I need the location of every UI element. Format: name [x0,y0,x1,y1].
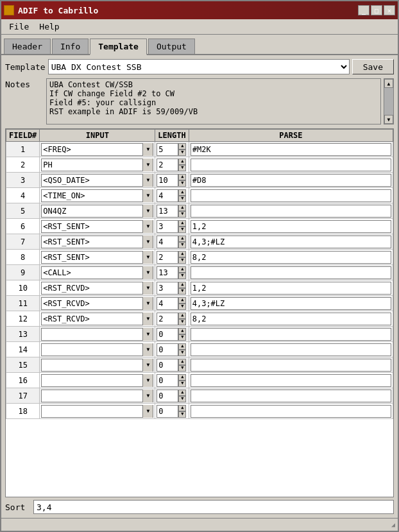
spin-down-button[interactable]: ▼ [178,150,186,156]
spin-down-button[interactable]: ▼ [178,411,186,418]
dropdown-arrow-icon[interactable]: ▼ [142,297,153,310]
spin-up-button[interactable]: ▲ [178,297,186,304]
dropdown-arrow-icon[interactable]: ▼ [142,359,153,372]
spin-down-button[interactable]: ▼ [178,365,186,372]
close-button[interactable]: ✕ [384,5,395,15]
field-input[interactable] [42,268,142,277]
field-input[interactable] [42,376,142,385]
field-input[interactable] [42,191,142,200]
dropdown-arrow-icon[interactable]: ▼ [142,236,153,248]
field-parse[interactable] [191,189,391,202]
field-parse[interactable] [191,282,391,295]
field-input[interactable] [42,145,142,154]
field-length[interactable] [157,266,178,279]
field-parse[interactable] [191,359,391,372]
dropdown-arrow-icon[interactable]: ▼ [142,220,153,233]
field-input[interactable] [42,314,142,323]
field-input[interactable] [42,160,142,169]
spin-up-button[interactable]: ▲ [178,220,186,227]
template-select[interactable]: UBA DX Contest SSBUBA Contest CW/SSB [48,59,350,74]
menu-help[interactable]: Help [34,21,64,33]
spin-up-button[interactable]: ▲ [178,236,186,242]
spin-up-button[interactable]: ▲ [178,359,186,365]
dropdown-arrow-icon[interactable]: ▼ [142,343,153,356]
spin-up-button[interactable]: ▲ [178,405,186,411]
field-length[interactable] [157,359,178,372]
field-length[interactable] [157,236,178,248]
field-length[interactable] [157,343,178,356]
dropdown-arrow-icon[interactable]: ▼ [142,189,153,202]
spin-up-button[interactable]: ▲ [178,266,186,273]
field-input[interactable] [42,222,142,231]
menu-file[interactable]: File [4,21,34,33]
field-parse[interactable] [191,251,391,264]
sort-input[interactable] [33,500,394,514]
spin-up-button[interactable]: ▲ [178,143,186,150]
spin-down-button[interactable]: ▼ [178,180,186,187]
dropdown-arrow-icon[interactable]: ▼ [142,174,153,187]
field-input[interactable] [42,391,142,400]
dropdown-arrow-icon[interactable]: ▼ [142,390,153,402]
field-parse[interactable] [191,374,391,387]
field-length[interactable] [157,220,178,233]
minimize-button[interactable]: _ [358,5,369,15]
spin-up-button[interactable]: ▲ [178,343,186,350]
spin-up-button[interactable]: ▲ [178,159,186,165]
tab-output[interactable]: Output [148,39,195,54]
dropdown-arrow-icon[interactable]: ▼ [142,374,153,387]
field-length[interactable] [157,159,178,171]
spin-up-button[interactable]: ▲ [178,313,186,319]
spin-up-button[interactable]: ▲ [178,174,186,180]
spin-down-button[interactable]: ▼ [178,165,186,171]
field-input[interactable] [42,237,142,246]
field-length[interactable] [157,143,178,156]
tab-info[interactable]: Info [52,39,89,54]
tab-header[interactable]: Header [4,39,51,54]
field-length[interactable] [157,205,178,218]
field-parse[interactable] [191,205,391,218]
field-parse[interactable] [191,174,391,187]
field-parse[interactable] [191,343,391,356]
spin-down-button[interactable]: ▼ [178,196,186,202]
field-length[interactable] [157,282,178,295]
spin-up-button[interactable]: ▲ [178,390,186,396]
spin-up-button[interactable]: ▲ [178,251,186,257]
dropdown-arrow-icon[interactable]: ▼ [142,159,153,171]
field-parse[interactable] [191,405,391,418]
tab-template[interactable]: Template [90,39,147,55]
dropdown-arrow-icon[interactable]: ▼ [142,328,153,341]
field-length[interactable] [157,405,178,418]
field-input[interactable] [42,284,142,293]
field-length[interactable] [157,251,178,264]
field-input[interactable] [42,407,142,416]
field-input[interactable] [42,253,142,262]
field-length[interactable] [157,297,178,310]
field-length[interactable] [157,328,178,341]
spin-up-button[interactable]: ▲ [178,205,186,211]
spin-down-button[interactable]: ▼ [178,211,186,218]
field-parse[interactable] [191,220,391,233]
spin-down-button[interactable]: ▼ [178,396,186,402]
notes-textarea[interactable] [46,78,381,124]
field-input[interactable] [42,299,142,308]
dropdown-arrow-icon[interactable]: ▼ [142,266,153,279]
dropdown-arrow-icon[interactable]: ▼ [142,405,153,418]
scroll-down-button[interactable]: ▼ [384,115,393,124]
spin-up-button[interactable]: ▲ [178,328,186,334]
field-parse[interactable] [191,236,391,248]
spin-down-button[interactable]: ▼ [178,227,186,233]
dropdown-arrow-icon[interactable]: ▼ [142,251,153,264]
field-input[interactable] [42,207,142,216]
field-parse[interactable] [191,297,391,310]
spin-up-button[interactable]: ▲ [178,282,186,288]
spin-down-button[interactable]: ▼ [178,334,186,341]
field-length[interactable] [157,313,178,325]
field-input[interactable] [42,176,142,185]
maximize-button[interactable]: □ [371,5,382,15]
dropdown-arrow-icon[interactable]: ▼ [142,143,153,156]
field-length[interactable] [157,189,178,202]
field-input[interactable] [42,330,142,339]
spin-down-button[interactable]: ▼ [178,350,186,356]
spin-up-button[interactable]: ▲ [178,189,186,196]
spin-down-button[interactable]: ▼ [178,288,186,295]
